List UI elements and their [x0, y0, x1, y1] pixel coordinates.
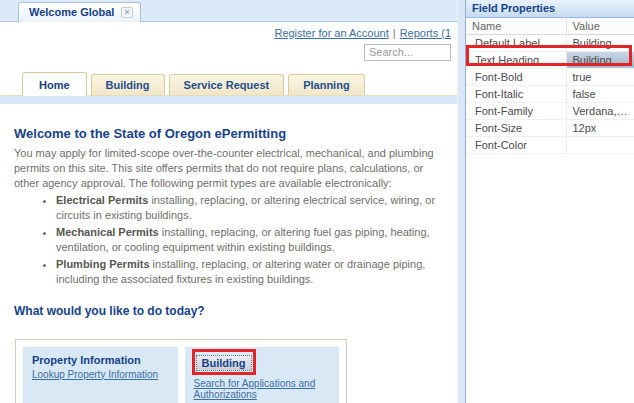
- page-title: Welcome to the State of Oregon ePermitti…: [14, 126, 457, 141]
- search-applications-authorizations-link[interactable]: Search for Applications and Authorizatio…: [194, 378, 331, 400]
- property-name: Font-Bold: [466, 68, 566, 85]
- properties-header-row: Name Value: [466, 18, 634, 34]
- list-item-electrical: Electrical Permits installing, replacing…: [56, 193, 446, 223]
- tab-planning[interactable]: Planning: [288, 74, 364, 95]
- panel-splitter[interactable]: [457, 0, 465, 403]
- property-row-font-color[interactable]: Font-Color: [466, 136, 634, 153]
- property-name: Font-Italic: [466, 85, 566, 102]
- property-row-font-family[interactable]: Font-Family Verdana, Arial, Helveti...: [466, 102, 634, 119]
- property-value[interactable]: Building: [566, 51, 634, 68]
- property-value[interactable]: 12px: [566, 119, 634, 136]
- mechanical-permits-lead: Mechanical Permits: [56, 226, 159, 238]
- property-name: Default Label: [466, 34, 566, 51]
- property-value[interactable]: [566, 136, 634, 153]
- section-building: Building Search for Applications and Aut…: [185, 347, 340, 403]
- reports-link[interactable]: Reports (1: [400, 27, 451, 39]
- search-input[interactable]: [364, 44, 451, 61]
- building-section-title[interactable]: Building: [197, 356, 251, 370]
- property-value[interactable]: Verdana, Arial, Helveti...: [566, 102, 634, 119]
- section-property-information: Property Information Lookup Property Inf…: [23, 347, 178, 403]
- window-tab-label: Welcome Global: [29, 6, 114, 18]
- tab-service-request[interactable]: Service Request: [169, 74, 285, 95]
- link-separator: |: [393, 27, 396, 39]
- property-row-font-bold[interactable]: Font-Bold true: [466, 68, 634, 85]
- intro-paragraph: You may apply for limited-scope over-the…: [14, 146, 438, 191]
- main-content-area: Welcome Global× Register for an Account|…: [0, 0, 457, 403]
- action-panel: Property Information Lookup Property Inf…: [15, 339, 347, 403]
- electrical-permits-lead: Electrical Permits: [56, 194, 148, 206]
- window-tabstrip: Welcome Global×: [0, 0, 457, 22]
- search-area: [0, 39, 457, 61]
- lookup-property-information-link[interactable]: Lookup Property Information: [32, 369, 169, 380]
- field-properties-title: Field Properties: [466, 0, 634, 18]
- permit-types-list: Electrical Permits installing, replacing…: [56, 193, 446, 287]
- tab-home[interactable]: Home: [22, 72, 87, 96]
- property-row-font-italic[interactable]: Font-Italic false: [466, 85, 634, 102]
- field-properties-panel: Field Properties Name Value Default Labe…: [465, 0, 634, 403]
- register-account-link[interactable]: Register for an Account: [274, 27, 388, 39]
- property-name: Font-Color: [466, 136, 566, 153]
- property-row-text-heading[interactable]: Text Heading Building: [466, 51, 634, 68]
- welcome-content: Welcome to the State of Oregon ePermitti…: [0, 126, 457, 403]
- cta-heading: What would you like to do today?: [14, 304, 457, 318]
- property-value[interactable]: false: [566, 85, 634, 102]
- property-name: Text Heading: [466, 51, 566, 68]
- property-name: Font-Size: [466, 119, 566, 136]
- window-tab-welcome-global[interactable]: Welcome Global×: [18, 2, 141, 22]
- list-item-plumbing: Plumbing Permits installing, replacing, …: [56, 257, 446, 287]
- properties-table: Name Value Default Label Building Text H…: [466, 18, 634, 154]
- property-name: Font-Family: [466, 102, 566, 119]
- tab-underline-band: [0, 95, 457, 104]
- tab-building[interactable]: Building: [91, 74, 165, 95]
- list-item-mechanical: Mechanical Permits installing, replacing…: [56, 225, 446, 255]
- close-icon[interactable]: ×: [121, 7, 132, 18]
- module-tabs: Home Building Service Request Planning: [22, 71, 457, 95]
- column-header-value[interactable]: Value: [566, 18, 634, 34]
- property-value[interactable]: Building: [566, 34, 634, 51]
- property-row-font-size[interactable]: Font-Size 12px: [466, 119, 634, 136]
- annotation-redbox-building: Building: [192, 349, 256, 375]
- property-information-title: Property Information: [32, 354, 169, 366]
- column-header-name[interactable]: Name: [466, 18, 566, 34]
- plumbing-permits-lead: Plumbing Permits: [56, 258, 150, 270]
- property-row-default-label[interactable]: Default Label Building: [466, 34, 634, 51]
- top-links: Register for an Account|Reports (1: [0, 22, 457, 39]
- property-value[interactable]: true: [566, 68, 634, 85]
